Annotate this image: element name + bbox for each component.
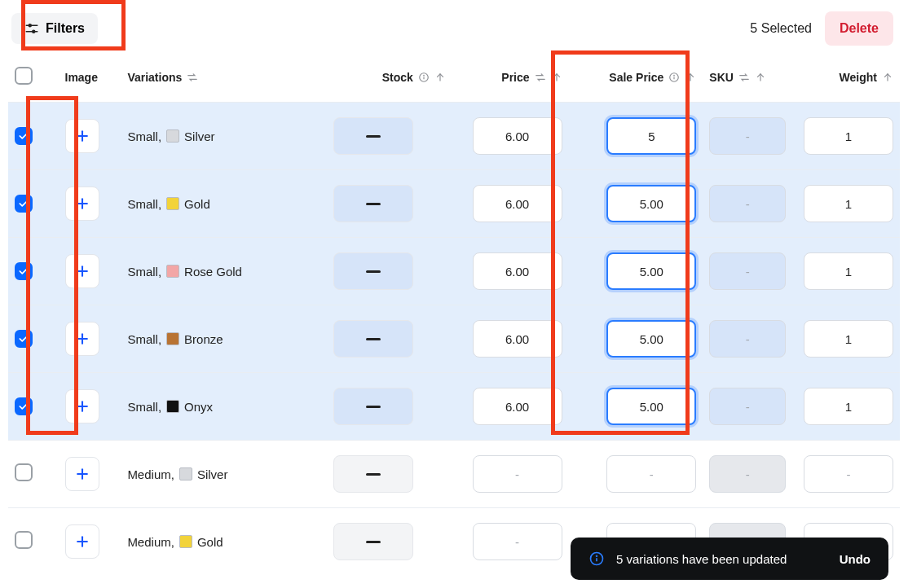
variation-size: Small, <box>127 129 161 143</box>
weight-input[interactable] <box>804 252 893 290</box>
svg-point-1 <box>29 24 31 27</box>
variation-cell: Medium,Gold <box>127 535 320 549</box>
row-checkbox[interactable] <box>15 330 33 348</box>
table-row: Small,Rose Gold <box>8 238 900 305</box>
variations-table: Image Variations Stock Price <box>8 57 900 575</box>
row-checkbox[interactable] <box>15 397 33 415</box>
row-checkbox[interactable] <box>15 531 33 549</box>
weight-input[interactable] <box>804 455 893 493</box>
price-input[interactable] <box>473 252 562 290</box>
variation-cell: Small,Silver <box>127 129 320 143</box>
dash-icon <box>366 270 381 273</box>
add-image-button[interactable] <box>65 119 99 153</box>
variation-color: Rose Gold <box>184 265 242 279</box>
price-input[interactable] <box>473 320 562 358</box>
variation-cell: Small,Rose Gold <box>127 265 320 279</box>
weight-input[interactable] <box>804 185 893 222</box>
add-image-button[interactable] <box>65 186 99 221</box>
variation-size: Small, <box>127 265 161 279</box>
swap-icon[interactable] <box>535 72 546 83</box>
sort-icon[interactable] <box>551 72 562 83</box>
sliders-icon <box>24 21 39 36</box>
sale-price-input[interactable] <box>606 252 696 290</box>
toast: 5 variations have been updated Undo <box>571 538 888 580</box>
sku-input[interactable] <box>709 117 786 155</box>
col-stock: Stock <box>382 71 413 84</box>
price-input[interactable] <box>473 185 562 222</box>
variation-color: Silver <box>197 467 228 481</box>
stock-cell[interactable] <box>333 320 413 358</box>
variation-color: Gold <box>184 197 210 211</box>
color-swatch <box>166 265 179 278</box>
color-swatch <box>179 535 192 548</box>
variation-cell: Small,Gold <box>127 197 320 211</box>
stock-cell[interactable] <box>333 523 413 560</box>
weight-input[interactable] <box>804 117 893 155</box>
add-image-button[interactable] <box>65 254 99 288</box>
swap-icon[interactable] <box>738 72 750 83</box>
row-checkbox[interactable] <box>15 127 33 145</box>
row-checkbox[interactable] <box>15 463 33 481</box>
swap-icon[interactable] <box>187 72 198 83</box>
add-image-button[interactable] <box>65 457 99 491</box>
variation-size: Medium, <box>127 535 174 549</box>
sort-icon[interactable] <box>882 72 893 83</box>
table-row: Small,Onyx <box>8 373 900 441</box>
sort-icon[interactable] <box>434 72 446 83</box>
col-image: Image <box>65 71 98 84</box>
variation-color: Bronze <box>184 332 223 346</box>
sale-price-input[interactable] <box>606 320 696 358</box>
sku-input[interactable] <box>709 320 786 358</box>
stock-cell[interactable] <box>333 455 413 493</box>
color-swatch <box>166 400 179 413</box>
color-swatch <box>166 332 179 345</box>
dash-icon <box>366 406 381 408</box>
delete-button[interactable]: Delete <box>825 11 893 46</box>
row-checkbox[interactable] <box>15 262 33 280</box>
sort-icon[interactable] <box>685 72 696 83</box>
add-image-button[interactable] <box>65 524 99 559</box>
price-input[interactable] <box>473 117 562 155</box>
price-input[interactable] <box>473 388 562 425</box>
price-input[interactable] <box>473 523 562 560</box>
stock-cell[interactable] <box>333 117 413 155</box>
sku-input[interactable] <box>709 455 786 493</box>
variation-cell: Medium,Silver <box>127 467 320 481</box>
dash-icon <box>366 541 381 543</box>
sku-input[interactable] <box>709 252 786 290</box>
sort-icon[interactable] <box>755 72 766 83</box>
col-price: Price <box>501 71 529 84</box>
variation-color: Onyx <box>184 400 213 414</box>
sale-price-input[interactable] <box>606 185 696 222</box>
price-input[interactable] <box>473 455 562 493</box>
sale-price-input[interactable] <box>606 388 696 425</box>
svg-point-9 <box>674 75 675 76</box>
weight-input[interactable] <box>804 388 893 425</box>
row-checkbox[interactable] <box>15 195 33 213</box>
select-all-checkbox[interactable] <box>15 67 33 85</box>
add-image-button[interactable] <box>65 322 99 356</box>
table-row: Small,Gold <box>8 170 900 238</box>
color-swatch <box>166 197 179 210</box>
stock-cell[interactable] <box>333 388 413 425</box>
variation-color: Gold <box>197 535 223 549</box>
dash-icon <box>366 135 381 138</box>
filters-label: Filters <box>46 21 85 36</box>
stock-cell[interactable] <box>333 252 413 290</box>
svg-point-26 <box>597 555 597 556</box>
filters-button[interactable]: Filters <box>11 13 98 44</box>
table-row: Small,Silver <box>8 103 900 170</box>
sale-price-input[interactable] <box>606 455 696 493</box>
undo-button[interactable]: Undo <box>840 552 871 566</box>
color-swatch <box>179 467 192 480</box>
info-icon[interactable] <box>418 72 430 83</box>
add-image-button[interactable] <box>65 389 99 423</box>
sku-input[interactable] <box>709 388 786 425</box>
sku-input[interactable] <box>709 185 786 222</box>
info-icon <box>588 551 605 567</box>
col-sale-price: Sale Price <box>609 71 663 84</box>
info-icon[interactable] <box>668 72 680 83</box>
stock-cell[interactable] <box>333 185 413 222</box>
weight-input[interactable] <box>804 320 893 358</box>
sale-price-input[interactable] <box>606 117 696 155</box>
